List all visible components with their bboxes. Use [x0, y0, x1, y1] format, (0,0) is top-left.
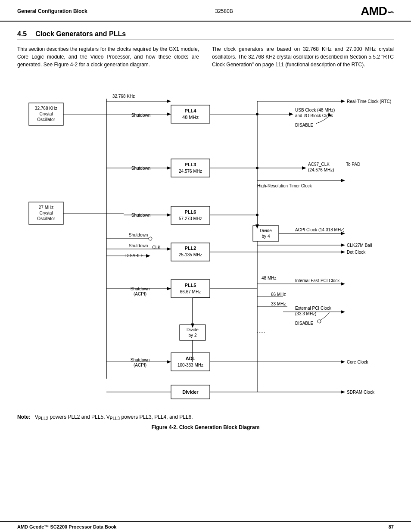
svg-text:48 MHz: 48 MHz — [182, 115, 199, 120]
svg-text:USB Clock (48 MHz): USB Clock (48 MHz) — [295, 108, 335, 112]
svg-marker-51 — [167, 287, 171, 290]
svg-marker-25 — [167, 166, 171, 170]
svg-marker-138 — [341, 390, 345, 394]
svg-text:(ACPI): (ACPI) — [134, 292, 146, 296]
intro-right: The clock generators are based on 32.768… — [212, 45, 394, 68]
svg-text:32.768 KHz: 32.768 KHz — [112, 94, 135, 99]
svg-point-141 — [256, 167, 258, 169]
svg-marker-12 — [167, 100, 171, 103]
svg-text:DISABLE: DISABLE — [295, 321, 314, 326]
footer-left: AMD Geode™ SC2200 Processor Data Book — [17, 524, 116, 529]
svg-text:Core Clock: Core Clock — [347, 360, 368, 364]
svg-text:External PCI Clock: External PCI Clock — [295, 306, 332, 311]
svg-point-37 — [149, 237, 152, 240]
svg-marker-61 — [167, 360, 171, 364]
svg-text:PLL3: PLL3 — [185, 162, 196, 167]
svg-text:DISABLE: DISABLE — [295, 123, 314, 128]
svg-text:Shutdown: Shutdown — [129, 233, 148, 237]
svg-marker-44 — [146, 254, 150, 258]
svg-marker-117 — [341, 282, 345, 286]
section-number: 4.5 — [17, 30, 27, 37]
svg-text:Real-Time Clock (RTC): Real-Time Clock (RTC) — [347, 99, 391, 104]
svg-text:66.67 MHz: 66.67 MHz — [180, 289, 201, 294]
svg-text:by 2: by 2 — [189, 333, 197, 338]
figure-caption: Figure 4-2. Clock Generation Block Diagr… — [17, 424, 394, 430]
svg-marker-93 — [289, 112, 293, 116]
svg-marker-104 — [341, 179, 345, 182]
svg-point-140 — [256, 113, 258, 115]
header-left: General Configuration Block — [17, 8, 87, 14]
footer-right: 87 — [389, 524, 394, 529]
svg-text:CLK27M Ball: CLK27M Ball — [347, 243, 372, 248]
svg-text:33 MHz: 33 MHz — [271, 302, 286, 306]
section-title: 4.5Clock Generators and PLLs — [17, 30, 394, 40]
svg-text:Internal Fast-PCI Clock: Internal Fast-PCI Clock — [295, 278, 340, 283]
diagram-container: 32.768 KHz Crystal Oscillator 27 MHz Cry… — [17, 77, 394, 404]
svg-text:PLL6: PLL6 — [185, 209, 196, 215]
svg-text:Shutdown: Shutdown — [129, 243, 148, 248]
svg-text:32.768 KHz: 32.768 KHz — [35, 106, 57, 111]
svg-text:Divider: Divider — [182, 389, 199, 395]
svg-marker-19 — [167, 112, 171, 116]
svg-text:Dot Clock: Dot Clock — [347, 250, 366, 255]
svg-text:57.273 MHz: 57.273 MHz — [179, 216, 202, 221]
svg-text:High-Resolution Timer Clock: High-Resolution Timer Clock — [257, 184, 312, 188]
svg-text:To PAD: To PAD — [346, 162, 360, 167]
svg-text:by 4: by 4 — [262, 234, 270, 239]
svg-text:24.576 MHz: 24.576 MHz — [179, 169, 202, 174]
svg-marker-90 — [341, 100, 345, 103]
svg-point-142 — [256, 214, 258, 216]
svg-marker-135 — [341, 360, 345, 364]
svg-text:(24.576 MHz): (24.576 MHz) — [308, 168, 334, 172]
svg-text:PLL5: PLL5 — [185, 283, 196, 288]
svg-marker-41 — [167, 247, 171, 251]
svg-text:(33.3 MHz): (33.3 MHz) — [295, 311, 316, 316]
svg-text:SDRAM Clock: SDRAM Clock — [347, 390, 375, 395]
svg-text:Divide: Divide — [260, 228, 272, 233]
svg-text:27 MHz: 27 MHz — [39, 205, 53, 210]
svg-marker-31 — [167, 213, 171, 217]
note-section: Note: VPLL2 powers PLL2 and PLL5. VPLL3 … — [17, 413, 394, 422]
svg-text:AC97_CLK: AC97_CLK — [308, 162, 330, 167]
svg-text:Crystal: Crystal — [39, 112, 53, 116]
svg-text:Oscillator: Oscillator — [37, 117, 55, 122]
svg-text:25-135 MHz: 25-135 MHz — [179, 252, 202, 257]
svg-text:PLL2: PLL2 — [185, 246, 196, 251]
amd-logo: AMD∽ — [361, 4, 394, 18]
note-label: Note: — [17, 414, 31, 420]
header-center: 32580B — [215, 8, 233, 14]
intro-left: This section describes the registers for… — [17, 45, 199, 68]
svg-point-128 — [318, 320, 321, 323]
svg-text:(ACPI): (ACPI) — [134, 363, 146, 367]
svg-text:PLL4: PLL4 — [185, 108, 197, 113]
svg-text:Divide: Divide — [187, 327, 199, 332]
svg-text:Oscillator: Oscillator — [37, 216, 55, 221]
svg-text:ACPI Clock (14.318 MHz): ACPI Clock (14.318 MHz) — [295, 227, 344, 232]
svg-text:100-333 MHz: 100-333 MHz — [177, 363, 203, 367]
svg-text:Shutdown: Shutdown — [131, 358, 149, 362]
svg-marker-107 — [341, 232, 345, 235]
svg-text:Shutdown: Shutdown — [131, 113, 150, 118]
svg-marker-113 — [341, 250, 345, 254]
svg-marker-124 — [341, 310, 345, 314]
svg-marker-110 — [341, 243, 345, 247]
svg-text:Crystal: Crystal — [39, 211, 53, 215]
svg-text:48 MHz: 48 MHz — [262, 276, 276, 280]
svg-text:ADL: ADL — [186, 356, 196, 361]
svg-text:66 MHz: 66 MHz — [271, 292, 286, 297]
svg-marker-99 — [302, 166, 306, 170]
